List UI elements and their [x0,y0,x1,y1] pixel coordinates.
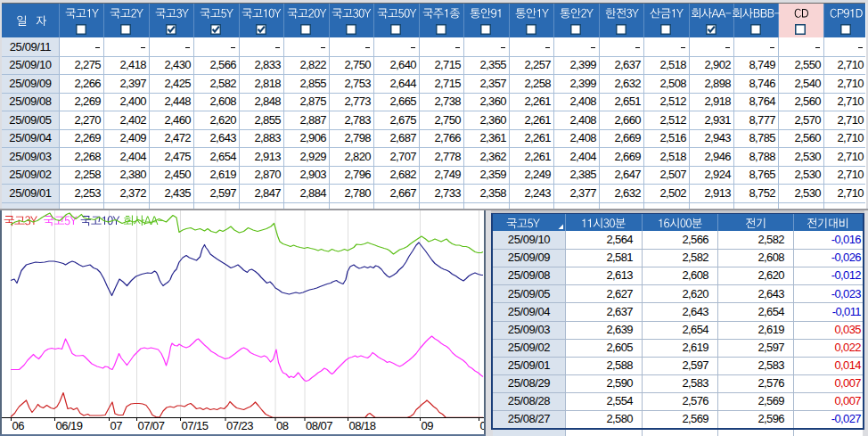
svg-text:07/23: 07/23 [226,419,253,432]
svg-text:09: 09 [422,419,434,432]
svg-text:07: 07 [111,419,123,432]
svg-text:07/15: 07/15 [182,419,209,432]
svg-text:08/07: 08/07 [306,419,332,432]
svg-text:07/07: 07/07 [138,419,165,432]
svg-text:06/19: 06/19 [56,419,83,432]
svg-text:08: 08 [276,419,289,432]
svg-text:08/18: 08/18 [349,419,376,432]
svg-text:06: 06 [12,419,25,432]
